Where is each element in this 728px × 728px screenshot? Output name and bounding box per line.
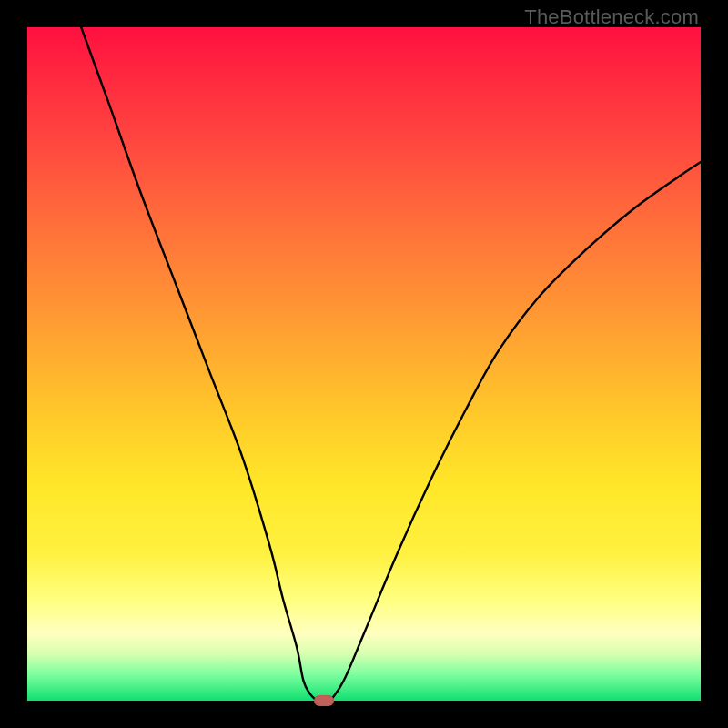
- plot-area: [27, 27, 701, 701]
- bottleneck-marker: [314, 695, 334, 706]
- watermark-text: TheBottleneck.com: [524, 5, 699, 29]
- chart-frame: TheBottleneck.com: [0, 0, 728, 728]
- curve-right: [330, 162, 701, 701]
- curve-svg: [27, 27, 701, 701]
- curve-left: [81, 27, 317, 701]
